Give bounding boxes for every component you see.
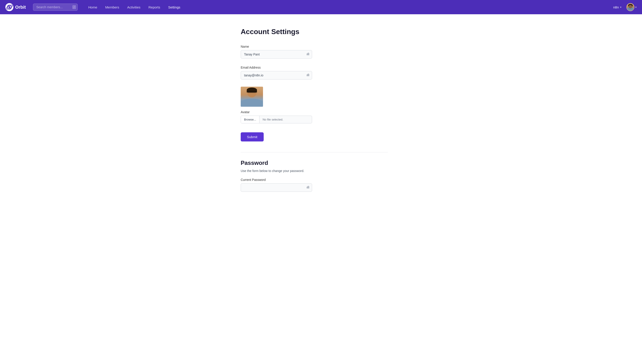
workspace-name: n8n — [613, 5, 619, 9]
name-input[interactable] — [241, 50, 312, 58]
svg-rect-10 — [308, 74, 309, 76]
nav-link-settings[interactable]: Settings — [165, 4, 184, 11]
name-input-wrapper — [241, 50, 312, 58]
email-field-icon — [306, 73, 310, 78]
navbar: Orbit / Home Members Activities Reports … — [0, 0, 642, 14]
name-section: Name — [241, 45, 401, 58]
avatar-preview — [241, 87, 263, 107]
nav-links: Home Members Activities Reports Settings — [85, 4, 604, 11]
nav-link-home[interactable]: Home — [85, 4, 101, 11]
email-input-wrapper — [241, 71, 312, 80]
orbit-logo-icon — [5, 3, 13, 11]
svg-rect-15 — [309, 186, 309, 188]
password-section: Password Use the form below to change yo… — [241, 160, 401, 192]
name-label: Name — [241, 45, 401, 48]
search-container: / — [33, 4, 78, 11]
workspace-selector[interactable]: n8n ▾ — [611, 4, 624, 10]
svg-rect-13 — [307, 186, 308, 188]
user-avatar — [626, 3, 634, 11]
email-input[interactable] — [241, 71, 312, 80]
file-input-wrapper: Browse... No file selected. — [241, 116, 312, 124]
search-input[interactable] — [33, 4, 78, 11]
email-section: Email Address — [241, 66, 401, 80]
logo-text: Orbit — [15, 5, 26, 10]
name-field-icon — [306, 52, 310, 56]
password-title: Password — [241, 160, 401, 166]
svg-rect-14 — [308, 186, 309, 188]
submit-button[interactable]: Submit — [241, 132, 264, 142]
current-password-input-wrapper — [241, 183, 312, 192]
svg-rect-4 — [307, 54, 307, 55]
svg-rect-7 — [309, 53, 309, 55]
current-password-field-icon — [306, 185, 310, 190]
svg-rect-11 — [309, 74, 309, 76]
svg-rect-5 — [307, 53, 308, 55]
user-avatar-container[interactable]: ▾ — [626, 3, 637, 11]
avatar-section: Avatar Browse... No file selected. — [241, 110, 401, 124]
current-password-input[interactable] — [241, 183, 312, 192]
file-name-display: No file selected. — [260, 116, 312, 123]
email-label: Email Address — [241, 66, 401, 69]
search-shortcut-icon: / — [73, 5, 76, 9]
navbar-right: n8n ▾ ▾ — [611, 3, 637, 11]
avatar-label: Avatar — [241, 110, 401, 114]
svg-rect-9 — [307, 74, 308, 76]
svg-rect-12 — [307, 187, 307, 188]
main-content: Account Settings Name Email Address — [232, 14, 410, 212]
logo-link[interactable]: Orbit — [5, 3, 26, 11]
nav-link-members[interactable]: Members — [102, 4, 123, 11]
svg-rect-8 — [307, 74, 307, 76]
password-description: Use the form below to change your passwo… — [241, 169, 401, 173]
current-password-label: Current Password — [241, 178, 401, 182]
svg-rect-6 — [308, 52, 309, 55]
svg-point-2 — [9, 6, 10, 8]
browse-button[interactable]: Browse... — [241, 116, 260, 123]
current-password-section: Current Password — [241, 178, 401, 192]
chevron-down-icon: ▾ — [620, 6, 621, 9]
avatar-chevron-icon: ▾ — [635, 6, 637, 9]
page-title: Account Settings — [241, 28, 401, 36]
nav-link-reports[interactable]: Reports — [145, 4, 164, 11]
nav-link-activities[interactable]: Activities — [124, 4, 144, 11]
